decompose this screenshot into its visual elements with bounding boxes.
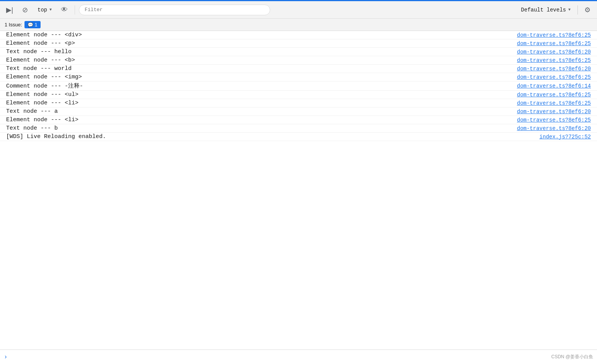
log-message: Element node --- <p> — [6, 40, 75, 47]
table-row: Element node --- <img>dom-traverse.ts?8e… — [0, 73, 597, 81]
console-log-area[interactable]: Element node --- <div>dom-traverse.ts?8e… — [0, 31, 597, 349]
filter-input[interactable] — [79, 5, 270, 15]
console-prompt: › — [4, 354, 8, 361]
log-message: [WDS] Live Reloading enabled. — [6, 133, 106, 140]
eye-icon: 👁 — [61, 6, 68, 14]
table-row: Element node --- <b>dom-traverse.ts?8ef6… — [0, 56, 597, 65]
issues-chat-icon: 💬 — [28, 22, 33, 28]
issues-bar: 1 Issue: 💬 1 — [0, 19, 597, 31]
context-arrow-icon: ▼ — [49, 8, 52, 12]
log-source-link[interactable]: dom-traverse.ts?8ef6:25 — [517, 57, 591, 63]
table-row: [WDS] Live Reloading enabled.index.js?72… — [0, 133, 597, 141]
toolbar: ▶| ⊘ top ▼ 👁 Default levels ▼ ⚙ — [0, 1, 597, 19]
log-message: Element node --- <ul> — [6, 91, 78, 98]
issues-badge[interactable]: 💬 1 — [24, 21, 41, 28]
log-source-link[interactable]: dom-traverse.ts?8ef6:25 — [517, 74, 591, 80]
log-source-link[interactable]: dom-traverse.ts?8ef6:25 — [517, 41, 591, 47]
levels-arrow-icon: ▼ — [568, 8, 571, 12]
watermark: CSDN @姜香小白鱼 — [551, 354, 593, 360]
context-label: top — [38, 7, 47, 13]
log-message: Element node --- <img> — [6, 74, 82, 80]
settings-button[interactable]: ⚙ — [581, 4, 594, 16]
table-row: Text node --- worlddom-traverse.ts?8ef6:… — [0, 65, 597, 73]
table-row: Text node --- adom-traverse.ts?8ef6:20 — [0, 107, 597, 116]
log-source-link[interactable]: dom-traverse.ts?8ef6:20 — [517, 125, 591, 132]
log-source-link[interactable]: dom-traverse.ts?8ef6:25 — [517, 92, 591, 98]
context-selector[interactable]: top ▼ — [34, 5, 55, 15]
log-source-link[interactable]: dom-traverse.ts?8ef6:20 — [517, 109, 591, 115]
log-message: Text node --- a — [6, 108, 58, 115]
log-message: Comment node --- -注释- — [6, 82, 83, 89]
table-row: Element node --- <li>dom-traverse.ts?8ef… — [0, 99, 597, 107]
filter-container — [79, 5, 270, 15]
log-source-link[interactable]: index.js?725c:52 — [540, 134, 591, 140]
block-icon: ⊘ — [22, 6, 28, 14]
gear-icon: ⚙ — [584, 6, 590, 14]
table-row: Element node --- <p>dom-traverse.ts?8ef6… — [0, 39, 597, 48]
toolbar-separator — [75, 5, 75, 15]
log-source-link[interactable]: dom-traverse.ts?8ef6:25 — [517, 32, 591, 38]
table-row: Comment node --- -注释-dom-traverse.ts?8ef… — [0, 81, 597, 91]
log-message: Element node --- <b> — [6, 57, 75, 63]
levels-label: Default levels — [521, 7, 566, 13]
console-input[interactable] — [11, 354, 551, 360]
table-row: Text node --- hellodom-traverse.ts?8ef6:… — [0, 48, 597, 56]
console-input-row: › CSDN @姜香小白鱼 — [0, 349, 597, 364]
log-message: Text node --- b — [6, 125, 58, 132]
levels-selector[interactable]: Default levels ▼ — [517, 5, 574, 15]
log-message: Element node --- <li> — [6, 117, 78, 123]
issues-count: 1 — [35, 22, 38, 28]
sidebar-toggle-icon: ▶| — [6, 6, 13, 14]
log-source-link[interactable]: dom-traverse.ts?8ef6:25 — [517, 117, 591, 123]
log-source-link[interactable]: dom-traverse.ts?8ef6:14 — [517, 83, 591, 89]
issues-label: 1 Issue: — [5, 22, 22, 28]
log-message: Text node --- world — [6, 65, 72, 72]
table-row: Element node --- <li>dom-traverse.ts?8ef… — [0, 116, 597, 124]
log-message: Text node --- hello — [6, 49, 72, 55]
table-row: Text node --- bdom-traverse.ts?8ef6:20 — [0, 124, 597, 133]
log-message: Element node --- <li> — [6, 100, 78, 106]
sidebar-toggle-button[interactable]: ▶| — [3, 4, 16, 16]
log-source-link[interactable]: dom-traverse.ts?8ef6:20 — [517, 49, 591, 55]
log-source-link[interactable]: dom-traverse.ts?8ef6:20 — [517, 66, 591, 72]
log-message: Element node --- <div> — [6, 32, 82, 38]
toolbar-vert-divider — [577, 5, 578, 15]
table-row: Element node --- <ul>dom-traverse.ts?8ef… — [0, 91, 597, 99]
table-row: Element node --- <div>dom-traverse.ts?8e… — [0, 31, 597, 39]
eye-button[interactable]: 👁 — [58, 4, 71, 16]
log-source-link[interactable]: dom-traverse.ts?8ef6:25 — [517, 100, 591, 106]
devtools-panel: ▶| ⊘ top ▼ 👁 Default levels ▼ ⚙ 1 Issue: — [0, 0, 597, 364]
block-button[interactable]: ⊘ — [18, 4, 31, 16]
